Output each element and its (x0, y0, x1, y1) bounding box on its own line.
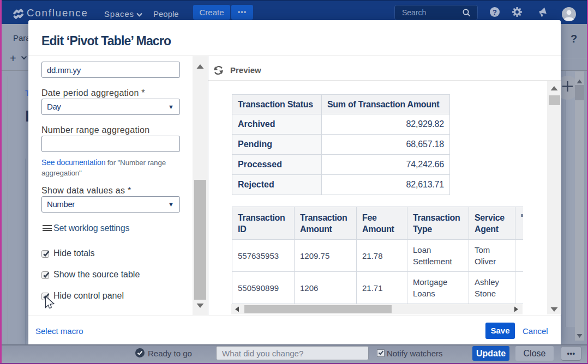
svg-text:?: ? (493, 8, 497, 16)
